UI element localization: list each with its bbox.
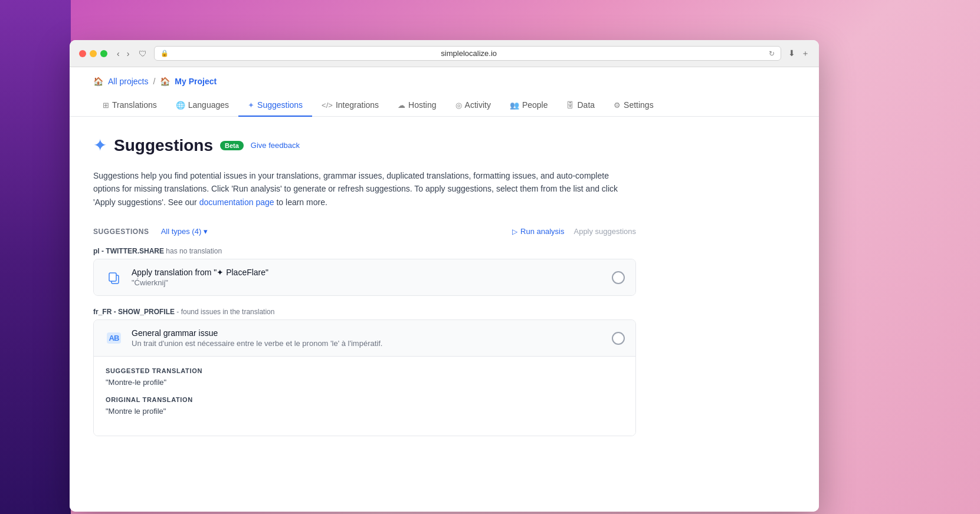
suggestion-card-1: Apply translation from "✦ PlaceFlare" "Ć… — [93, 259, 636, 296]
browser-chrome: ‹ › 🛡 🔒 simplelocalize.io ↻ ⬇ ＋ — [70, 40, 819, 67]
suggestion-details-2: SUGGESTED TRANSLATION "Montre-le profile… — [94, 356, 635, 436]
grammar-icon: AB — [104, 329, 123, 348]
group-2-locale: fr_FR - SHOW_PROFILE — [93, 308, 175, 316]
suggestions-toolbar: SUGGESTIONS All types (4) ▾ ▷ Run analys… — [93, 225, 636, 238]
nav-arrows: ‹ › — [114, 48, 132, 60]
hosting-icon: ☁ — [398, 101, 405, 110]
chevron-down-icon: ▾ — [204, 227, 208, 236]
tab-data-label: Data — [577, 100, 595, 110]
new-tab-icon[interactable]: ＋ — [801, 48, 809, 59]
original-translation-value: "Montre le profile" — [106, 407, 624, 416]
all-projects-link[interactable]: All projects — [108, 77, 148, 86]
suggestion-item-2-desc: Un trait d'union est nécessaire entre le… — [132, 339, 604, 348]
tab-suggestions[interactable]: ✦ Suggestions — [238, 95, 312, 117]
suggestion-item-1-body: Apply translation from "✦ PlaceFlare" "Ć… — [132, 268, 604, 287]
give-feedback-link[interactable]: Give feedback — [251, 141, 300, 150]
suggestions-icon: ✦ — [248, 101, 254, 110]
apply-suggestions-label: Apply suggestions — [573, 227, 636, 236]
lock-icon: 🔒 — [160, 50, 169, 57]
tab-hosting[interactable]: ☁ Hosting — [388, 95, 445, 117]
play-icon: ▷ — [512, 228, 517, 236]
activity-icon: ◎ — [455, 101, 462, 110]
download-icon[interactable]: ⬇ — [788, 48, 795, 59]
suggestion-item-1-title: Apply translation from "✦ PlaceFlare" — [132, 268, 604, 277]
tab-data[interactable]: 🗄 Data — [557, 95, 604, 117]
suggestion-item-2: AB General grammar issue Un trait d'unio… — [94, 320, 635, 356]
address-bar[interactable]: 🔒 simplelocalize.io ↻ — [154, 46, 781, 61]
run-analysis-label: Run analysis — [520, 227, 564, 236]
forward-arrow[interactable]: › — [124, 48, 132, 60]
breadcrumb-separator: / — [153, 77, 155, 86]
group-1-locale: pl - TWITTER.SHARE — [93, 247, 164, 255]
tab-activity[interactable]: ◎ Activity — [446, 95, 500, 117]
chrome-actions: ⬇ ＋ — [788, 48, 809, 59]
settings-icon: ⚙ — [614, 101, 621, 110]
run-analysis-button[interactable]: ▷ Run analysis — [512, 227, 564, 236]
main-content: ✦ Suggestions Beta Give feedback Suggest… — [70, 117, 660, 467]
tab-people[interactable]: 👥 People — [500, 95, 558, 117]
home-icon: 🏠 — [93, 77, 103, 86]
project-icon: 🏠 — [160, 77, 170, 86]
project-link[interactable]: My Project — [175, 77, 217, 86]
filter-button[interactable]: All types (4) ▾ — [156, 225, 213, 238]
languages-icon: 🌐 — [176, 101, 185, 110]
beta-badge: Beta — [220, 141, 244, 150]
url-text: simplelocalize.io — [172, 49, 765, 58]
apply-suggestions-button[interactable]: Apply suggestions — [573, 227, 636, 236]
suggested-translation-value: "Montre-le profile" — [106, 378, 624, 387]
data-icon: 🗄 — [566, 101, 574, 110]
tab-languages-label: Languages — [188, 100, 229, 110]
people-icon: 👥 — [510, 101, 519, 110]
reload-button[interactable]: ↻ — [769, 50, 775, 58]
suggestion-item-1-desc: "Ćwierknij" — [132, 278, 604, 287]
tab-settings[interactable]: ⚙ Settings — [604, 95, 663, 117]
suggestion-item-1: Apply translation from "✦ PlaceFlare" "Ć… — [94, 259, 635, 295]
group-1-label: pl - TWITTER.SHARE has no translation — [93, 247, 636, 255]
svg-rect-1 — [109, 273, 116, 281]
minimize-button[interactable] — [90, 50, 97, 57]
suggestions-label: SUGGESTIONS — [93, 228, 149, 236]
suggested-translation-section: SUGGESTED TRANSLATION "Montre-le profile… — [106, 367, 624, 387]
nav-tabs: ⊞ Translations 🌐 Languages ✦ Suggestions… — [70, 88, 819, 117]
tab-activity-label: Activity — [465, 100, 491, 110]
tab-integrations[interactable]: </> Integrations — [312, 95, 388, 117]
filter-label: All types (4) — [161, 227, 202, 236]
suggestion-group-1: pl - TWITTER.SHARE has no translation Ap… — [93, 247, 636, 296]
maximize-button[interactable] — [100, 50, 107, 57]
group-1-issue: has no translation — [166, 247, 222, 255]
breadcrumb: 🏠 All projects / 🏠 My Project — [70, 67, 819, 86]
back-arrow[interactable]: ‹ — [114, 48, 122, 60]
page-header: ✦ Suggestions Beta Give feedback — [93, 136, 636, 155]
documentation-link[interactable]: documentation page — [199, 197, 274, 207]
suggestion-card-2: AB General grammar issue Un trait d'unio… — [93, 319, 636, 436]
tab-suggestions-label: Suggestions — [257, 100, 303, 110]
toolbar-left: SUGGESTIONS All types (4) ▾ — [93, 225, 212, 238]
toolbar-right: ▷ Run analysis Apply suggestions — [512, 227, 636, 236]
close-button[interactable] — [79, 50, 86, 57]
tab-translations-label: Translations — [112, 100, 157, 110]
app-content: 🏠 All projects / 🏠 My Project ⊞ Translat… — [70, 67, 819, 512]
suggestion-item-2-title: General grammar issue — [132, 328, 604, 338]
tab-hosting-label: Hosting — [408, 100, 436, 110]
shield-icon: 🛡 — [139, 49, 147, 58]
description-text: Suggestions help you find potential issu… — [93, 169, 636, 209]
group-2-issue: - found issues in the translation — [176, 308, 274, 316]
suggestion-group-2: fr_FR - SHOW_PROFILE - found issues in t… — [93, 308, 636, 436]
tab-languages[interactable]: 🌐 Languages — [166, 95, 238, 117]
suggested-translation-label: SUGGESTED TRANSLATION — [106, 367, 624, 374]
page-title: Suggestions — [114, 136, 213, 155]
translations-icon: ⊞ — [103, 101, 109, 110]
original-translation-section: ORIGINAL TRANSLATION "Montre le profile" — [106, 396, 624, 416]
sparkle-icon: ✦ — [93, 136, 107, 155]
copy-icon — [104, 268, 123, 287]
original-translation-label: ORIGINAL TRANSLATION — [106, 396, 624, 403]
tab-settings-label: Settings — [624, 100, 654, 110]
traffic-lights — [79, 50, 107, 57]
suggestion-select-1[interactable] — [612, 271, 625, 284]
tab-integrations-label: Integrations — [336, 100, 379, 110]
suggestion-item-2-body: General grammar issue Un trait d'union e… — [132, 328, 604, 348]
group-2-label: fr_FR - SHOW_PROFILE - found issues in t… — [93, 308, 636, 316]
integrations-icon: </> — [322, 101, 333, 110]
suggestion-select-2[interactable] — [612, 332, 625, 345]
tab-translations[interactable]: ⊞ Translations — [93, 95, 166, 117]
